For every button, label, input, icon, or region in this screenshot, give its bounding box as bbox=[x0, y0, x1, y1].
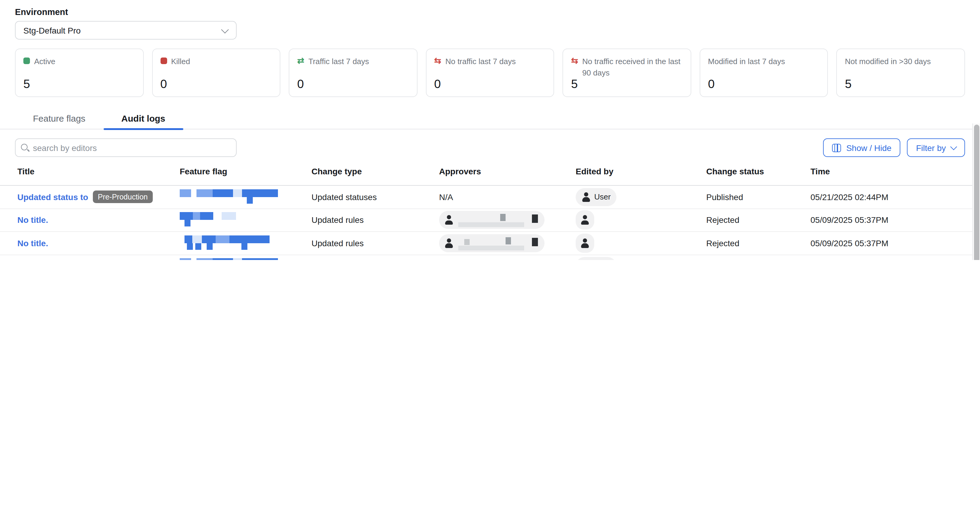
column-header-approvers: Approvers bbox=[439, 166, 576, 176]
stat-value: 5 bbox=[23, 77, 30, 91]
stat-card-traffic: ⇄Traffic last 7 days 0 bbox=[289, 49, 417, 97]
stat-card-not-modified-30d: Not modified in >30 days 5 bbox=[837, 49, 965, 97]
column-header-title: Title bbox=[18, 166, 180, 176]
column-header-time: Time bbox=[810, 166, 980, 176]
chevron-down-icon bbox=[950, 143, 957, 150]
stat-value: 5 bbox=[845, 77, 851, 91]
status-badge: Pre-Production bbox=[93, 191, 153, 204]
stat-label: No traffic received in the last 90 days bbox=[582, 56, 683, 79]
environment-select[interactable]: Stg-Default Pro bbox=[15, 21, 237, 40]
stat-card-no-traffic-7d: ⇆No traffic last 7 days 0 bbox=[426, 49, 554, 97]
no-traffic-arrows-icon: ⇆ bbox=[571, 56, 578, 65]
audit-logs-page: Environment Stg-Default Pro Active 5 Kil… bbox=[0, 0, 980, 260]
tab-audit-logs[interactable]: Audit logs bbox=[103, 107, 183, 129]
killed-status-icon bbox=[160, 57, 167, 64]
stat-value: 0 bbox=[160, 77, 167, 91]
tab-feature-flags[interactable]: Feature flags bbox=[15, 107, 103, 129]
feature-flag-redacted bbox=[180, 235, 270, 251]
environment-label: Environment bbox=[15, 7, 980, 17]
user-icon bbox=[582, 192, 590, 202]
stat-label: Not modified in >30 days bbox=[845, 56, 931, 68]
active-status-icon bbox=[23, 57, 30, 64]
audit-log-table: Title Feature flag Change type Approvers… bbox=[0, 157, 980, 260]
search-input[interactable] bbox=[33, 143, 236, 153]
stat-card-no-traffic-90d: ⇆No traffic received in the last 90 days… bbox=[563, 49, 691, 97]
change-type: Updated statuses bbox=[312, 192, 439, 202]
stat-label: Active bbox=[34, 56, 56, 68]
table-body: Updated status to Pre-Production Updated… bbox=[0, 186, 980, 260]
user-icon bbox=[444, 239, 453, 248]
change-status: Rejected bbox=[706, 239, 810, 248]
environment-select-value: Stg-Default Pro bbox=[16, 25, 81, 35]
editor-pill: User bbox=[576, 188, 617, 206]
change-status: Rejected bbox=[706, 215, 810, 225]
approver-redacted-pill bbox=[439, 211, 544, 229]
time-value: 05/21/2025 02:44PM bbox=[810, 192, 980, 202]
user-icon bbox=[581, 215, 589, 225]
audit-title-link[interactable]: No title. bbox=[18, 239, 48, 248]
no-traffic-arrows-icon: ⇆ bbox=[434, 56, 441, 65]
editor-name: User bbox=[594, 192, 611, 202]
stat-card-modified-7d: Modified in last 7 days 0 bbox=[700, 49, 828, 97]
time-value: 05/09/2025 05:37PM bbox=[810, 215, 980, 225]
stat-card-killed: Killed 0 bbox=[152, 49, 280, 97]
editor-pill bbox=[576, 211, 594, 230]
column-header-change-status: Change status bbox=[706, 166, 810, 176]
edited-by-cell bbox=[576, 211, 706, 230]
user-icon bbox=[581, 239, 589, 248]
audit-title-link[interactable]: Updated status to bbox=[18, 192, 88, 202]
search-icon bbox=[21, 143, 29, 152]
editor-pill: User bbox=[576, 257, 617, 260]
stat-value: 0 bbox=[708, 77, 714, 91]
search-box bbox=[15, 138, 237, 157]
stat-value: 5 bbox=[571, 77, 578, 91]
environment-section: Environment Stg-Default Pro bbox=[15, 7, 980, 40]
show-hide-button[interactable]: Show / Hide bbox=[823, 138, 900, 157]
feature-flag-redacted bbox=[180, 212, 243, 228]
edited-by-cell: User bbox=[576, 188, 706, 206]
table-row: Updated status to Pre-Production Updated… bbox=[0, 186, 980, 209]
stats-row: Active 5 Killed 0 ⇄Traffic last 7 days 0… bbox=[15, 49, 965, 97]
time-value: 05/09/2025 05:37PM bbox=[810, 239, 980, 248]
approvers-na: N/A bbox=[439, 192, 453, 202]
change-status: Published bbox=[706, 192, 810, 202]
stat-label: Killed bbox=[171, 56, 190, 68]
edited-by-cell bbox=[576, 234, 706, 253]
user-icon bbox=[444, 215, 453, 225]
change-type: Updated rules bbox=[312, 215, 439, 225]
table-header: Title Feature flag Change type Approvers… bbox=[0, 157, 980, 186]
tab-bar: Feature flags Audit logs bbox=[0, 107, 980, 129]
approver-redacted-pill bbox=[439, 234, 544, 252]
column-header-change-type: Change type bbox=[312, 166, 439, 176]
stat-label: Modified in last 7 days bbox=[708, 56, 785, 68]
scrollbar-track[interactable] bbox=[972, 123, 980, 260]
edited-by-cell: User bbox=[576, 257, 706, 260]
table-row: No title. Updated rules Rejected 05/09/2… bbox=[0, 209, 980, 232]
table-row: No title. Updated rules Rejected 05/09/2… bbox=[0, 232, 980, 255]
stat-value: 0 bbox=[297, 77, 304, 91]
traffic-arrows-icon: ⇄ bbox=[297, 56, 304, 65]
approvers-cell bbox=[439, 211, 576, 229]
stat-card-active: Active 5 bbox=[15, 49, 143, 97]
feature-flag-redacted bbox=[180, 259, 282, 260]
stat-label: No traffic last 7 days bbox=[445, 56, 516, 68]
approvers-cell: N/A bbox=[439, 192, 576, 202]
filter-by-button[interactable]: Filter by bbox=[907, 138, 965, 157]
columns-icon bbox=[832, 143, 841, 152]
toolbar: Show / Hide Filter by bbox=[15, 138, 965, 157]
column-header-edited-by: Edited by bbox=[576, 166, 706, 176]
audit-title-link[interactable]: No title. bbox=[18, 215, 48, 225]
feature-flag-redacted bbox=[180, 189, 282, 205]
approvers-cell bbox=[439, 234, 576, 252]
stat-value: 0 bbox=[434, 77, 441, 91]
column-header-feature-flag: Feature flag bbox=[180, 166, 312, 176]
chevron-down-icon bbox=[221, 26, 229, 33]
scrollbar-thumb[interactable] bbox=[974, 125, 979, 260]
editor-pill bbox=[576, 234, 594, 253]
change-type: Updated rules bbox=[312, 239, 439, 248]
table-row: Updated status to Killed Updated statuse… bbox=[0, 255, 980, 260]
stat-label: Traffic last 7 days bbox=[309, 56, 369, 68]
